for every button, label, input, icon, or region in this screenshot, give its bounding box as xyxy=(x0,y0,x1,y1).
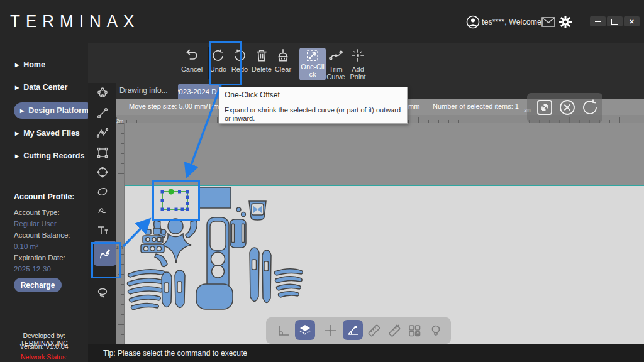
pattern-panel[interactable] xyxy=(230,219,246,248)
text-icon xyxy=(96,224,109,236)
axis-corner-icon xyxy=(276,324,290,337)
refresh-icon[interactable] xyxy=(581,99,599,116)
account-balance-label: Account Balance: xyxy=(14,231,70,239)
snap-point-button[interactable] xyxy=(323,323,338,338)
lasso-tool[interactable] xyxy=(95,285,110,300)
avatar-icon[interactable] xyxy=(466,15,480,29)
recharge-button[interactable]: Recharge xyxy=(14,278,62,292)
ruler-button[interactable] xyxy=(367,323,382,338)
trash-icon xyxy=(254,48,269,63)
triangle-bullet-icon: ▶ xyxy=(15,62,19,68)
clear-button[interactable]: Clear xyxy=(269,48,297,80)
maximize-button[interactable] xyxy=(607,16,623,26)
sidebar-item-home[interactable]: ▶ Home xyxy=(15,57,88,73)
annotation-box-active-tool xyxy=(91,242,121,278)
mail-icon[interactable] xyxy=(541,17,555,27)
angle-measure-icon xyxy=(346,323,360,337)
node-edit-tool[interactable] xyxy=(95,85,110,101)
offset-select-icon xyxy=(305,48,320,63)
minimize-button[interactable] xyxy=(590,16,606,26)
toolbar-divider xyxy=(375,47,375,79)
close-button[interactable]: ✕ xyxy=(624,16,640,26)
account-profile-title: Account Profile: xyxy=(14,192,75,201)
sidebar-item-design-platform[interactable]: ▶ Design Platform xyxy=(14,102,94,119)
tab-active-file[interactable]: 2023-2024 D... xyxy=(178,84,219,99)
pattern-door-blade[interactable] xyxy=(250,248,271,303)
annotation-box-selection xyxy=(152,180,200,221)
pattern-crescent[interactable] xyxy=(155,254,167,267)
minimize-icon xyxy=(595,21,601,22)
triangle-bullet-icon: ▶ xyxy=(15,153,19,159)
pattern-rounded-pad[interactable] xyxy=(196,284,233,309)
cancel-button[interactable]: Cancel xyxy=(178,48,206,80)
pattern-dot[interactable] xyxy=(236,207,241,212)
group-lock-icon xyxy=(408,324,421,337)
network-status-text: Network Status: Disconnected xyxy=(0,353,88,362)
angle-measure-button[interactable] xyxy=(343,320,363,340)
sidebar-item-my-saved-files[interactable]: ▶ My Saved Files xyxy=(15,125,88,141)
freehand-icon xyxy=(96,205,109,217)
ruler-delete-icon xyxy=(387,324,401,337)
app-logo: TERMINAX xyxy=(10,11,140,31)
pattern-button-cluster[interactable] xyxy=(141,228,166,253)
welcome-text: tes****, Welcome xyxy=(482,18,541,26)
maximize-icon xyxy=(611,19,618,25)
pattern-rectangle[interactable] xyxy=(199,187,231,208)
tooltip-title: One-Click Offset xyxy=(225,90,402,99)
line-icon xyxy=(96,107,109,119)
pattern-door-blade[interactable] xyxy=(162,270,185,308)
group-lock-button[interactable] xyxy=(407,323,422,338)
account-type-label: Account Type: xyxy=(14,209,60,216)
layers-icon xyxy=(298,323,312,337)
rectangle-tool[interactable] xyxy=(95,145,110,160)
cancel-return-icon xyxy=(184,48,199,63)
selected-count-text: Number of selected items: 1 xyxy=(433,102,519,110)
hint-bulb-button[interactable] xyxy=(428,323,443,338)
version-text: Version: V1.0.04 xyxy=(0,343,88,350)
layers-button[interactable] xyxy=(295,320,315,340)
sidebar-item-data-center[interactable]: ▶ Data Center xyxy=(15,79,88,96)
toolbar: Cancel Undo Redo Delete xyxy=(88,43,644,83)
line-tool[interactable] xyxy=(95,106,110,121)
snap-toolbar xyxy=(266,317,451,344)
annotation-box-one-click xyxy=(209,41,242,85)
circle-icon xyxy=(96,166,109,178)
polyline-tool[interactable] xyxy=(95,126,110,141)
status-tip-text: Tip: Please select the command to execut… xyxy=(103,349,247,358)
rectangle-icon xyxy=(96,146,109,159)
add-point-icon xyxy=(350,48,365,63)
terminax-window: TERMINAX tes****, Welcome ✕ ▶ Home ▶ xyxy=(0,0,644,362)
ellipse-tool[interactable] xyxy=(95,184,110,199)
triangle-bullet-icon: ▶ xyxy=(20,108,24,114)
pattern-left-slats[interactable] xyxy=(127,270,165,310)
sidebar: ▶ Home ▶ Data Center ▶ Design Platform ▶… xyxy=(0,43,89,362)
tab-drawing-info[interactable]: Drawing info... xyxy=(119,86,168,95)
pattern-dot[interactable] xyxy=(242,212,246,217)
account-balance-value: 0.10 m² xyxy=(14,243,38,250)
node-edit-icon xyxy=(96,87,109,99)
lasso-icon xyxy=(96,287,109,299)
text-tool[interactable] xyxy=(95,222,110,238)
broom-icon xyxy=(275,48,291,63)
triangle-bullet-icon: ▶ xyxy=(15,85,19,90)
sidebar-item-cutting-records[interactable]: ▶ Cutting Records xyxy=(15,148,88,164)
pattern-cup[interactable] xyxy=(249,201,266,220)
pattern-right-slats[interactable] xyxy=(274,269,303,297)
view-toolbar xyxy=(527,93,602,123)
hint-bulb-icon xyxy=(429,324,443,337)
gear-icon[interactable] xyxy=(559,16,572,28)
fit-view-icon[interactable] xyxy=(536,99,553,116)
pattern-console[interactable] xyxy=(207,217,229,291)
ruler-icon xyxy=(367,324,381,337)
circle-tool[interactable] xyxy=(95,165,110,180)
ruler-delete-button[interactable] xyxy=(387,323,402,338)
one-click-offset-tooltip: One-Click Offset Expand or shrink the se… xyxy=(219,87,408,124)
deselect-icon[interactable] xyxy=(558,99,576,116)
freehand-tool[interactable] xyxy=(95,204,110,219)
polyline-icon xyxy=(96,127,109,140)
add-point-button[interactable]: Add Point xyxy=(344,48,372,80)
snap-point-icon xyxy=(323,324,337,337)
axis-corner-button[interactable] xyxy=(275,323,291,338)
pattern-shapes-layer[interactable] xyxy=(116,123,644,344)
status-bar: Tip: Please select the command to execut… xyxy=(88,344,644,362)
